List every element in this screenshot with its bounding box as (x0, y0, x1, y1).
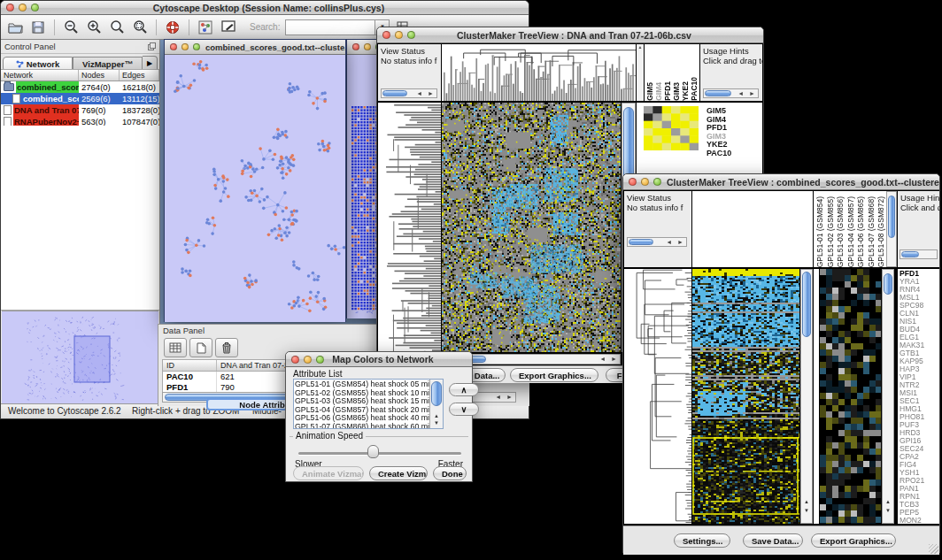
help-lifering-icon[interactable] (164, 19, 181, 35)
close-button[interactable] (291, 356, 299, 364)
dialog-titlebar[interactable]: Map Colors to Network (286, 352, 472, 367)
tv1-coltree-canvas[interactable] (442, 44, 636, 101)
delete-attribute-icon[interactable] (215, 338, 238, 357)
scroll-arrows[interactable]: ◄ ► (495, 393, 514, 402)
create-vizmap-button[interactable]: Create Vizmap (369, 466, 428, 480)
minimize-button[interactable] (641, 178, 649, 186)
attribute-list-item[interactable]: GPL51-07 (GSM868) heat shock 60 min (295, 423, 429, 429)
minimize-button[interactable] (364, 43, 371, 50)
tv1-status-hscrollbar[interactable]: ◄ ► (381, 88, 437, 98)
close-button[interactable] (170, 43, 177, 50)
network-nodes-count: 2569(6) (79, 93, 120, 104)
tv1-heatmap-canvas[interactable] (442, 103, 621, 352)
birds-eye-view[interactable] (2, 311, 158, 403)
tv2-zoom-heatmap[interactable] (820, 269, 881, 524)
zoom-fit-icon[interactable] (108, 19, 126, 35)
minimize-button[interactable] (181, 43, 189, 50)
zoom-in-icon[interactable] (85, 19, 103, 35)
attribute-list-box[interactable]: GPL51-01 (GSM854) heat shock 05 minGPL51… (293, 379, 444, 429)
zoom-button[interactable] (193, 43, 200, 50)
tv2-hints-hscrollbar[interactable] (900, 249, 938, 259)
close-button[interactable] (382, 31, 390, 39)
network-canvas-1[interactable] (165, 55, 345, 322)
attribute-list-vscrollbar[interactable]: ▲▼ (429, 380, 443, 428)
network-view-window-1: combined_scores_good.txt--cluste... (164, 39, 346, 322)
tv2-zoom-vscrollbar[interactable]: ▲▼ (882, 269, 894, 524)
tv1-title: ClusterMaker TreeView : DNA and Tran 07-… (421, 30, 763, 41)
tv2-global-vscrollbar[interactable]: ▲▼ (800, 269, 813, 524)
tv1-column-dendrogram[interactable] (442, 44, 636, 101)
animation-speed-slider-track[interactable] (298, 452, 461, 455)
save-data-button[interactable]: Save Data... (743, 533, 803, 548)
move-up-button[interactable]: ∧ (449, 383, 479, 396)
tv1-global-heatmap[interactable] (442, 103, 621, 352)
close-button[interactable] (6, 4, 14, 12)
new-attribute-icon[interactable] (189, 338, 212, 357)
export-graphics-button[interactable]: Export Graphics... (510, 368, 598, 382)
close-button[interactable] (352, 43, 359, 50)
tv1-rowtree-canvas[interactable] (378, 103, 441, 352)
zoom-out-icon[interactable] (62, 19, 80, 35)
zoom-button[interactable] (31, 4, 39, 12)
column-label: PAC10 (691, 77, 699, 101)
minimize-button[interactable] (19, 4, 27, 12)
zoom-button[interactable] (316, 356, 324, 364)
animation-speed-slider-thumb[interactable] (367, 445, 379, 458)
network-table-row[interactable]: DNA and Tran 07 769(0) 183728(0) (1, 104, 159, 116)
float-panel-icon[interactable] (148, 42, 156, 50)
minimize-button[interactable] (304, 356, 312, 364)
resize-grip[interactable] (929, 544, 938, 554)
export-graphics-button[interactable]: Export Graphics... (811, 533, 896, 548)
net1-titlebar[interactable]: combined_scores_good.txt--cluste... (165, 40, 345, 55)
move-down-button[interactable]: ∨ (449, 403, 479, 416)
main-titlebar[interactable]: Cytoscape Desktop (Session Name: collins… (1, 1, 529, 15)
tv2-rowtree-canvas[interactable] (624, 269, 691, 524)
animate-vizmap-button[interactable]: Animate Vizmap (293, 466, 364, 480)
tv1-hints-hscrollbar[interactable]: ◄ ► (703, 88, 759, 98)
usage-hints-message: Click and drag (900, 203, 939, 212)
zoom-selected-region-icon[interactable] (131, 19, 149, 35)
attribute-table-icon[interactable] (164, 338, 187, 357)
tv2-status-hscrollbar[interactable]: ◄ ► (627, 237, 687, 247)
tv2-view-status-panel: View Status No status info f ◄ ► (624, 191, 691, 267)
desktop: Cytoscape Desktop (Session Name: collins… (0, 0, 942, 560)
search-input[interactable] (285, 19, 375, 35)
tv1-titlebar[interactable]: ClusterMaker TreeView : DNA and Tran 07-… (377, 27, 763, 43)
view-status-message: No status info f (381, 56, 436, 65)
zoom-button[interactable] (407, 31, 415, 39)
tv2-row-dendrogram[interactable] (624, 269, 691, 524)
network-table-row[interactable]: combined_sco 2569(6) 13112(15) (1, 93, 159, 104)
network-table-rows: combined_scores 2764(0) 16218(0) combine… (1, 81, 159, 127)
column-label: GPL51-02 (GSM855) (826, 196, 836, 267)
network-table-row[interactable]: combined_scores 2764(0) 16218(0) (1, 81, 159, 93)
network-table-header[interactable]: Network Nodes Edges (1, 69, 159, 81)
view-status-label: View Status (381, 46, 425, 56)
tv1-row-dendrogram[interactable] (378, 103, 441, 352)
tv2-pane-gap (814, 269, 819, 524)
tv2-titlebar[interactable]: ClusterMaker TreeView : combined_scores_… (623, 174, 939, 190)
tv1-label-scroll-strip[interactable]: ▲ (637, 44, 644, 101)
settings-button[interactable]: Settings... (674, 533, 730, 548)
tv2-column-dendrogram[interactable] (692, 191, 813, 267)
search-box: ▼ (285, 19, 390, 35)
done-button[interactable]: Done (433, 466, 467, 480)
search-label: Search: (250, 22, 280, 32)
map-colors-dialog: Map Colors to Network Attribute List GPL… (285, 351, 473, 482)
open-session-icon[interactable] (6, 19, 24, 35)
tv2-global-heatmap[interactable] (692, 269, 799, 524)
tv2-zoom-canvas[interactable] (820, 269, 881, 524)
column-label: GPL51-03 (GSM856) (836, 196, 845, 267)
annotation-icon[interactable] (220, 19, 237, 35)
minimize-button[interactable] (395, 31, 403, 39)
close-button[interactable] (629, 178, 637, 186)
tv1-usage-hints-panel: Usage Hints Click and drag tc ◄ ► (700, 44, 762, 101)
tv2-labels-vscrollbar[interactable] (886, 191, 897, 267)
window-controls[interactable] (1, 4, 44, 12)
birdseye-canvas[interactable] (2, 311, 158, 405)
tv2-global-canvas[interactable] (692, 269, 799, 524)
network-edges-count: 183728(0) (120, 104, 159, 116)
save-session-icon[interactable] (29, 19, 47, 35)
new-network-view-icon[interactable] (197, 19, 214, 35)
zoom-button[interactable] (653, 178, 661, 186)
tv1-matrix-canvas[interactable] (644, 106, 699, 150)
